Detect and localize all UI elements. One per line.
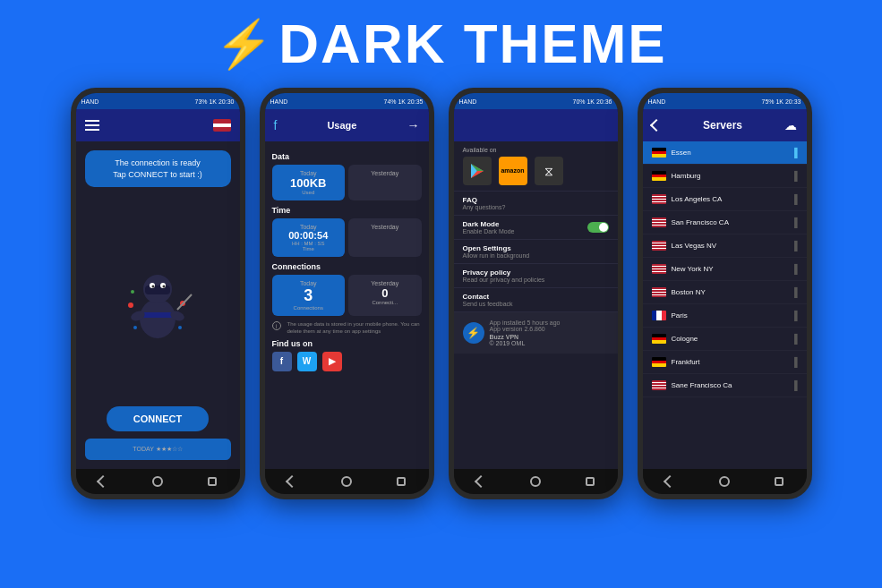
server-item[interactable]: Sane Francisco Ca ▐	[643, 374, 807, 397]
dark-mode-toggle[interactable]	[587, 222, 609, 233]
privacy-item[interactable]: Privacy policy Read our privacy and poli…	[454, 264, 618, 288]
fb-icon: f	[274, 118, 278, 132]
dark-mode-item[interactable]: Dark Mode Enable Dark Mode	[454, 216, 618, 240]
data-today-card: Today 100KB Used	[272, 165, 346, 200]
arrow-icon[interactable]: →	[407, 118, 419, 132]
flag-us	[652, 287, 666, 297]
app-info-icon: ⚡	[463, 322, 484, 344]
svg-point-10	[128, 303, 133, 308]
facebook-icon[interactable]: f	[272, 352, 292, 371]
twitter-icon[interactable]: W	[297, 352, 317, 371]
open-settings-title: Open Settings	[463, 244, 609, 252]
privacy-title: Privacy policy	[463, 268, 609, 277]
status-bar-4: HAND 75% 1K 20:33	[643, 93, 807, 109]
flag-icon-us	[213, 119, 231, 132]
signal-icon: ▐	[791, 334, 797, 344]
toolbar-4: Servers ☁	[643, 109, 807, 141]
time-row: Today 00:00:54 HH : MM : SS Time Yesterd…	[272, 218, 422, 257]
conn-yesterday-label: Yesterday	[371, 280, 398, 286]
nav-square-3[interactable]	[582, 473, 598, 490]
nav-back-2[interactable]	[284, 473, 300, 490]
ninja-area	[122, 194, 193, 406]
nav-bar-4	[643, 469, 807, 494]
available-on-section: Available on amazon ⧖	[454, 141, 618, 192]
flag-de	[652, 357, 666, 367]
available-on-title: Available on	[463, 147, 609, 153]
faq-item[interactable]: FAQ Any questions?	[454, 192, 618, 216]
ninja-svg	[122, 260, 193, 341]
twobirds-icon[interactable]: ⧖	[535, 157, 563, 185]
server-name: Cologne	[672, 335, 698, 343]
flag-us	[652, 241, 666, 251]
find-us-icons: f W ▶	[272, 352, 422, 371]
server-item-left: Boston NY	[652, 287, 706, 297]
nav-square-2[interactable]	[393, 473, 409, 490]
today-bar: TODAY ★★★☆☆	[85, 439, 231, 460]
signal-icon: ▐	[791, 171, 797, 181]
conn-y-value: 0	[381, 286, 388, 300]
connections-row: Today 3 Connections Yesterday 0 Connecti…	[272, 275, 422, 316]
svg-rect-7	[141, 312, 174, 318]
today-text: TODAY ★★★☆☆	[133, 446, 182, 453]
faq-sub: Any questions?	[463, 204, 609, 210]
phone-2: HAND 74% 1K 20:35 f Usage → Data Today 1…	[260, 88, 434, 499]
status-right-4: 75% 1K 20:33	[762, 98, 801, 105]
server-item[interactable]: New York NY ▐	[643, 258, 807, 281]
hamburger-icon[interactable]	[85, 120, 99, 131]
signal-icon: ▐	[791, 357, 797, 367]
google-play-icon[interactable]	[463, 157, 492, 185]
data-yesterday-label: Yesterday	[371, 170, 398, 176]
cloud-icon[interactable]: ☁	[784, 118, 797, 132]
server-item[interactable]: Las Vegas NV ▐	[643, 234, 807, 258]
faq-title: FAQ	[463, 196, 609, 204]
phone3-content: Available on amazon ⧖	[454, 141, 618, 469]
back-icon[interactable]	[649, 119, 662, 132]
usage-info-row: i The usage data is stored in your mobil…	[272, 321, 422, 336]
nav-back-4[interactable]	[662, 473, 678, 490]
server-item[interactable]: Cologne ▐	[643, 328, 807, 351]
flag-us	[652, 380, 666, 390]
amazon-icon[interactable]: amazon	[499, 157, 527, 185]
youtube-icon[interactable]: ▶	[322, 352, 342, 371]
server-name: Essen	[672, 149, 691, 157]
nav-home-3[interactable]	[527, 473, 544, 490]
server-name: New York NY	[672, 265, 714, 273]
signal-icon: ▐	[791, 311, 797, 320]
server-item[interactable]: Frankfurt ▐	[643, 351, 807, 374]
phones-row: HAND 73% 1K 20:30 The connection is read…	[53, 88, 830, 499]
nav-square-1[interactable]	[204, 473, 220, 490]
contact-title: Contact	[463, 293, 609, 301]
status-bar-3: HAND 70% 1K 20:36	[454, 93, 618, 109]
server-item[interactable]: Hamburg ▐	[643, 165, 807, 188]
data-used-label: Used	[302, 190, 314, 195]
nav-home-4[interactable]	[716, 473, 732, 490]
server-item[interactable]: Paris ▐	[643, 304, 807, 328]
nav-home-1[interactable]	[150, 473, 166, 490]
app-info-time: App installed 5 hours ago	[490, 320, 561, 326]
server-item-left: Frankfurt	[652, 357, 700, 367]
server-name: Las Vegas NV	[672, 242, 717, 250]
dark-mode-sub: Enable Dark Mode	[463, 228, 515, 234]
platform-icons: amazon ⧖	[463, 157, 609, 185]
open-settings-item[interactable]: Open Settings Allow run in background	[454, 240, 618, 264]
flag-us	[652, 194, 666, 204]
nav-back-3[interactable]	[473, 473, 489, 490]
signal-icon: ▐	[791, 287, 797, 297]
server-item[interactable]: Boston NY ▐	[643, 281, 807, 304]
contact-item[interactable]: Contact Send us feedback	[454, 288, 618, 312]
svg-line-15	[177, 294, 192, 310]
server-item[interactable]: San Francisco CA ▐	[643, 211, 807, 234]
signal-icon: ▐	[791, 380, 797, 390]
connect-button[interactable]: CONNECT	[107, 406, 209, 431]
nav-home-2[interactable]	[338, 473, 355, 490]
svg-point-13	[178, 326, 182, 329]
status-right-1: 73% 1K 20:30	[195, 98, 235, 105]
app-info-box: ⚡ App installed 5 hours ago App version …	[454, 312, 618, 354]
nav-square-4[interactable]	[771, 473, 787, 490]
toolbar-2: f Usage →	[265, 109, 429, 141]
server-item[interactable]: Los Angeles CA ▐	[643, 188, 807, 211]
nav-back-1[interactable]	[95, 473, 111, 490]
nav-bar-2	[265, 469, 429, 494]
server-item[interactable]: Essen ▐	[643, 141, 807, 165]
flag-us	[652, 264, 666, 274]
